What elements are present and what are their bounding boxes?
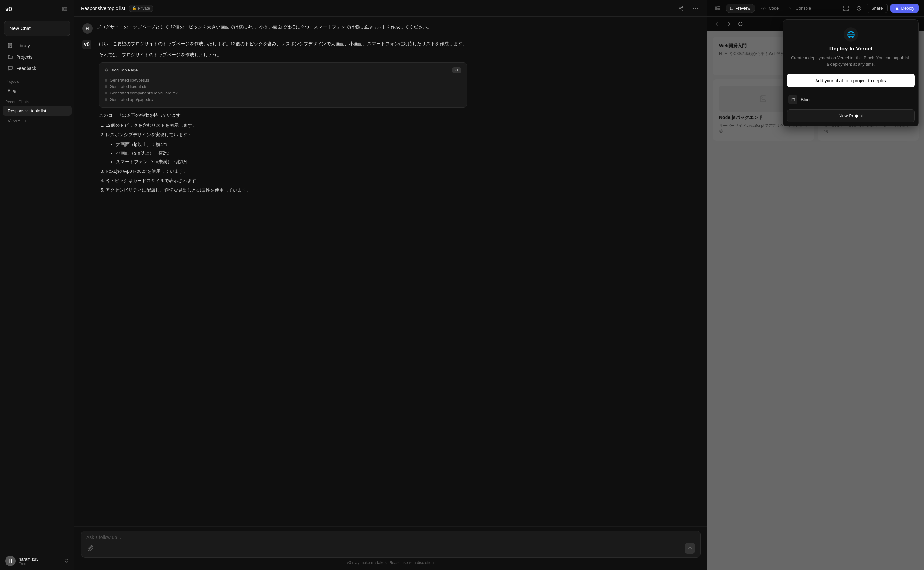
ai-logo: v0 [82,40,91,49]
refresh-btn[interactable] [736,19,745,29]
file-item-2: Generated lib/data.ts [105,83,461,90]
chat-input-box [81,530,701,558]
features-list: 12個のトピックを含むリストを表示します。 レスポンシブデザインを実現しています… [99,121,467,195]
feature-2: レスポンシブデザインを実現しています： 大画面（lg以上）：横4つ 小画面（sm… [106,131,467,166]
chat-input[interactable] [86,535,695,540]
projects-section-label: Projects [0,75,74,85]
toolbar-nav [713,19,745,29]
input-actions [86,543,695,553]
share-icon-btn[interactable] [676,3,686,14]
paperclip-icon [88,545,94,551]
svg-point-8 [693,8,694,9]
file-list: Generated lib/types.ts Generated lib/dat… [105,77,461,103]
code-icon: </> [761,6,766,10]
svg-rect-13 [718,8,720,9]
svg-point-9 [695,8,696,9]
deploy-action-button[interactable]: Add your chat to a project to deploy [787,74,915,87]
deploy-triangle-icon [895,6,899,11]
share-button[interactable]: Share [867,3,888,13]
ai-message-body: はい、ご要望のブログサイトのトップページを作成いたします。12個のトピックを含み… [99,40,467,196]
more-options-btn[interactable] [690,3,701,14]
new-chat-button[interactable]: New Chat [4,21,70,36]
disclaimer: v0 may make mistakes. Please use with di… [81,558,701,565]
ai-description: このコードは以下の特徴を持っています： [99,112,467,119]
forward-btn[interactable] [724,19,733,29]
sidebar-toggle-btn[interactable] [60,5,69,14]
file-item-3: Generated components/TopicCard.tsx [105,90,461,97]
view-all-recent-btn[interactable]: View All [3,116,72,125]
preview-header-left: □ Preview </> Code >_ Console [713,3,816,14]
code-block: ⚙ Blog Top Page v1 Generated lib/types.t… [99,63,467,108]
ai-intro: はい、ご要望のブログサイトのトップページを作成いたします。12個のトピックを含み… [99,40,467,47]
user-message: H ブログサイトのトップページとして 12個のトピックを大きい画面では横に4つ、… [82,23,699,34]
folder-small-icon [790,97,795,102]
svg-rect-18 [760,96,766,101]
tab-code[interactable]: </> Code [756,4,784,12]
layout-icon [62,7,67,11]
expand-user-btn[interactable] [65,558,69,564]
attach-button[interactable] [86,544,95,553]
sidebar-header: v0 [0,0,74,18]
image-placeholder-icon [759,95,767,103]
sidebar-nav: Library Projects Feedback [0,38,74,75]
globe-icon: 🌐 [844,28,858,42]
version-history-btn[interactable] [854,3,864,14]
preview-right-actions: Share Deploy [841,3,919,14]
tab-console[interactable]: >_ Console [784,4,816,12]
chevron-up-down-icon [65,558,69,563]
send-button[interactable] [685,543,695,553]
file-dot [105,92,107,95]
feature-4: 各トピックはカードスタイルで表示されます。 [106,177,467,185]
refresh-icon [738,21,743,26]
sub-features: 大画面（lg以上）：横4つ 小画面（sm以上）：横2つ スマートフォン（sm未満… [106,140,467,166]
svg-rect-11 [715,6,717,10]
collapse-panel-btn[interactable] [713,3,723,14]
deploy-button[interactable]: Deploy [890,4,919,12]
project-option-blog[interactable]: Blog [783,91,918,108]
ai-transition: それでは、ブログサイトのトップページを作成しましょう。 [99,51,467,58]
chat-header: Responsive topic list 🔒 Private [74,0,707,17]
tab-preview[interactable]: □ Preview [726,3,755,13]
main-chat-panel: Responsive topic list 🔒 Private H ブログサイト… [74,0,707,570]
privacy-badge: 🔒 Private [129,5,154,12]
svg-rect-1 [65,7,67,8]
user-avatar: H [82,23,92,34]
library-label: Library [16,43,30,48]
settings-icon: ⚙ [105,67,108,72]
chevron-right-icon [24,119,28,123]
console-icon: >_ [789,6,793,10]
file-item-1: Generated lib/types.ts [105,77,461,83]
sidebar-recent-responsive[interactable]: Responsive topic list [3,106,72,116]
preview-icon: □ [730,6,733,11]
preview-header: □ Preview </> Code >_ Console Share [707,0,924,17]
deploy-header: 🌐 Deploy to Vercel Create a deployment o… [783,20,918,74]
sidebar-item-projects[interactable]: Projects [3,51,72,63]
ai-message-header: v0 はい、ご要望のブログサイトのトップページを作成いたします。12個のトピック… [82,40,699,196]
deploy-dropdown: 🌐 Deploy to Vercel Create a deployment o… [783,19,919,127]
back-icon [715,21,720,26]
more-icon [693,8,698,9]
back-btn[interactable] [713,19,722,29]
file-dot [105,79,107,81]
deploy-description: Create a deployment on Vercel for this B… [790,55,912,67]
chat-title-text: Responsive topic list [81,6,125,11]
fullscreen-icon [843,6,849,11]
share-icon [679,6,684,11]
sub-feature-1: 大画面（lg以上）：横4つ [116,140,467,149]
avatar: H [5,556,15,566]
chat-input-area: v0 may make mistakes. Please use with di… [74,526,707,570]
folder-icon [8,54,13,60]
svg-rect-2 [65,9,67,10]
fullscreen-btn[interactable] [841,3,851,14]
file-item-4: Generated app/page.tsx [105,97,461,103]
logo: v0 [5,6,12,13]
ai-logo-text: v0 [84,42,90,48]
message-2: v0 はい、ご要望のブログサイトのトップページを作成いたします。12個のトピック… [82,40,699,196]
sidebar-project-blog[interactable]: Blog [3,86,72,95]
sidebar: v0 New Chat Library Projects Feedback Pr… [0,0,74,570]
new-project-button[interactable]: New Project [787,109,915,122]
preview-panel: □ Preview </> Code >_ Console Share [707,0,924,570]
sidebar-item-feedback[interactable]: Feedback [3,63,72,74]
sidebar-item-library[interactable]: Library [3,40,72,51]
svg-point-10 [697,8,698,9]
